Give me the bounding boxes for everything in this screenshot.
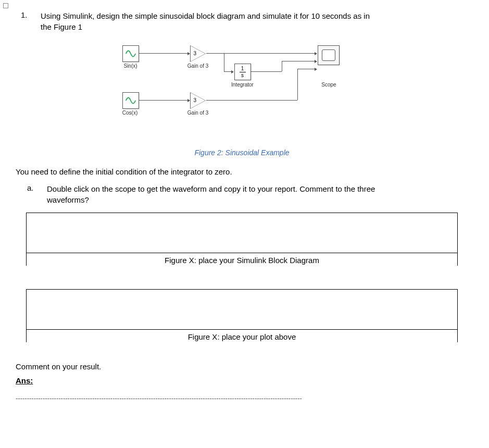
sine-wave-icon bbox=[125, 48, 136, 59]
label-integrator: Integrator bbox=[227, 82, 258, 88]
scope-screen-icon bbox=[322, 49, 335, 61]
block-integrator: 1 s bbox=[234, 64, 251, 80]
figure-caption: Figure 2: Sinusoidal Example bbox=[10, 148, 473, 157]
question-number: 1. bbox=[10, 10, 41, 32]
label-gain1: Gain of 3 bbox=[184, 63, 212, 69]
integrator-instruction: You need to define the initial condition… bbox=[16, 166, 473, 178]
placeholder-box-diagram: Figure X: place your Simulink Block Diag… bbox=[26, 213, 458, 266]
arrow-int-scope bbox=[282, 61, 317, 61]
question-1: 1. Using Simulink, design the simple sin… bbox=[10, 10, 473, 32]
subquestion-text-line2: waveforms? bbox=[47, 195, 89, 204]
placeholder-box-plot: Figure X: place your plot above bbox=[26, 289, 458, 342]
label-sin: Sin(x) bbox=[120, 63, 141, 69]
question-text-line1: Using Simulink, design the simple sinuso… bbox=[41, 11, 370, 20]
integrator-fraction: 1 s bbox=[240, 66, 246, 78]
comment-prompt: Comment on your result. bbox=[16, 362, 473, 371]
integrator-num: 1 bbox=[241, 66, 244, 71]
subquestion-body: Double click on the scope to get the wav… bbox=[47, 183, 473, 205]
block-gain2 bbox=[190, 92, 206, 109]
simulink-diagram: Sin(x) Cos(x) 3 Gain of 3 3 Gain of 3 1 … bbox=[117, 45, 367, 139]
gain1-value: 3 bbox=[194, 51, 197, 56]
question-text-line2: the Figure 1 bbox=[41, 22, 82, 31]
label-scope: Scope bbox=[319, 82, 340, 88]
subquestion-text-line1: Double click on the scope to get the wav… bbox=[47, 184, 375, 193]
label-cos: Cos(x) bbox=[120, 110, 141, 116]
block-cos bbox=[122, 92, 139, 109]
label-gain2: Gain of 3 bbox=[184, 110, 212, 116]
integrator-den: s bbox=[241, 73, 244, 78]
line-int-up bbox=[282, 61, 282, 71]
arrow-gain2-scope bbox=[297, 69, 317, 69]
block-scope bbox=[318, 45, 340, 65]
question-body: Using Simulink, design the simple sinuso… bbox=[41, 10, 473, 32]
arrow-cos-gain2 bbox=[139, 100, 190, 101]
arrow-sin-gain1 bbox=[139, 53, 190, 54]
answer-line: ----------------------------------------… bbox=[16, 394, 468, 402]
line-branch-down bbox=[224, 53, 224, 71]
placeholder-caption-1: Figure X: place your Simulink Block Diag… bbox=[27, 253, 457, 266]
block-gain1 bbox=[190, 45, 206, 62]
cos-wave-icon bbox=[125, 95, 136, 106]
subquestion-a: a. Double click on the scope to get the … bbox=[10, 183, 473, 205]
answer-label: Ans: bbox=[16, 376, 473, 385]
arrow-gain1-scope-top bbox=[206, 53, 317, 54]
arrow-to-integrator bbox=[224, 71, 233, 72]
placeholder-caption-2: Figure X: place your plot above bbox=[27, 329, 457, 342]
line-gain2-out bbox=[206, 100, 297, 101]
block-sin bbox=[122, 45, 139, 62]
line-int-out-h bbox=[250, 71, 282, 72]
subquestion-letter: a. bbox=[10, 183, 47, 205]
gain2-value: 3 bbox=[194, 97, 197, 103]
page-marker bbox=[3, 3, 8, 8]
line-gain2-up bbox=[297, 69, 298, 100]
